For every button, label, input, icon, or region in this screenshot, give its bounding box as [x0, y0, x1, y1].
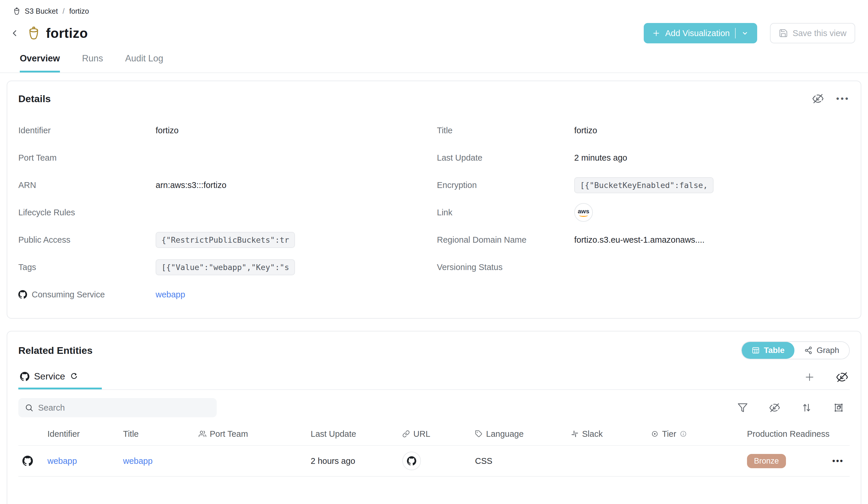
details-fields: Identifier fortizo Title fortizo Port Te…	[18, 117, 850, 308]
filter-icon[interactable]	[735, 400, 750, 415]
tab-audit-log[interactable]: Audit Log	[125, 53, 163, 72]
toggle-graph-button[interactable]: Graph	[794, 342, 849, 359]
relation-direction-icon	[70, 372, 79, 381]
entity-page: S3 Bucket / fortizo fortizo Add Visuali	[0, 0, 868, 504]
github-icon	[20, 372, 29, 381]
table-search-row	[18, 398, 850, 417]
add-visualization-label: Add Visualization	[665, 29, 730, 38]
breadcrumb-separator: /	[62, 7, 65, 16]
row-language: CSS	[475, 456, 571, 466]
table-row[interactable]: webapp webapp 2 hours ago CSS Bronze •••	[18, 446, 850, 477]
back-button[interactable]	[8, 26, 21, 40]
save-icon	[779, 29, 788, 38]
col-last-update[interactable]: Last Update	[311, 429, 402, 439]
encryption-code-chip[interactable]: [{"BucketKeyEnabled":false,	[574, 177, 714, 193]
search-icon	[25, 403, 33, 412]
field-label: Regional Domain Name	[437, 226, 574, 254]
col-port-team[interactable]: Port Team	[199, 429, 311, 439]
hide-empty-columns-icon[interactable]	[835, 370, 850, 385]
col-tier[interactable]: Tier	[651, 429, 747, 439]
production-readiness-badge: Bronze	[747, 454, 786, 468]
aws-logo: aws	[578, 208, 589, 214]
link-icon	[402, 430, 410, 438]
tag-icon	[475, 430, 483, 438]
tab-overview[interactable]: Overview	[20, 53, 60, 72]
tier-icon	[651, 430, 659, 438]
team-icon	[199, 430, 206, 438]
bucket-icon	[13, 7, 21, 15]
field-label: Lifecycle Rules	[18, 199, 156, 226]
toggle-table-button[interactable]: Table	[742, 342, 794, 359]
info-icon	[680, 430, 687, 438]
field-label: Versioning Status	[437, 254, 574, 281]
field-value: fortizo	[574, 117, 850, 144]
group-by-icon[interactable]	[831, 400, 846, 415]
field-label: Identifier	[18, 117, 156, 144]
field-value	[156, 144, 437, 172]
row-url-github-badge[interactable]	[402, 452, 421, 470]
public-access-code-chip[interactable]: {"RestrictPublicBuckets":tr	[156, 232, 295, 248]
field-value: 2 minutes ago	[574, 144, 850, 172]
col-language[interactable]: Language	[475, 429, 571, 439]
aws-smile-arc	[579, 214, 588, 217]
slack-icon	[571, 430, 579, 438]
col-production-readiness[interactable]: Production Readiness	[747, 429, 832, 439]
view-toggle: Table Graph	[741, 341, 850, 359]
field-value	[156, 199, 437, 226]
search-box[interactable]	[18, 398, 217, 417]
col-url[interactable]: URL	[402, 429, 475, 439]
toggle-graph-label: Graph	[817, 346, 839, 355]
github-icon	[18, 290, 27, 299]
row-menu-icon[interactable]: •••	[832, 456, 850, 466]
tags-code-chip[interactable]: [{"Value":"webapp","Key":"s	[156, 259, 295, 275]
col-title[interactable]: Title	[123, 429, 199, 439]
details-title: Details	[18, 93, 51, 104]
hide-empty-values-icon[interactable]	[810, 91, 826, 106]
field-label: Consuming Service	[32, 290, 105, 299]
consuming-service-label: Consuming Service	[18, 281, 156, 308]
field-label: Port Team	[18, 144, 156, 172]
related-subtabs: Service	[18, 367, 850, 390]
field-label: Last Update	[437, 144, 574, 172]
save-this-view-button[interactable]: Save this view	[770, 23, 855, 43]
details-menu-icon[interactable]: •••	[836, 94, 850, 104]
add-related-entity-icon[interactable]	[802, 370, 817, 385]
col-identifier[interactable]: Identifier	[48, 429, 123, 439]
page-header: fortizo Add Visualization Save this view	[0, 16, 868, 43]
graph-icon	[804, 346, 813, 354]
bucket-gold-icon	[27, 26, 41, 40]
tab-service[interactable]: Service	[18, 367, 102, 389]
toggle-table-label: Table	[764, 346, 785, 355]
add-visualization-button[interactable]: Add Visualization	[644, 23, 757, 43]
details-card: Details ••• Identifier fortizo Title for…	[7, 81, 861, 319]
search-input[interactable]	[38, 403, 210, 413]
breadcrumb-entity: fortizo	[69, 7, 89, 16]
field-value: fortizo.s3.eu-west-1.amazonaws....	[574, 226, 850, 254]
button-divider	[735, 28, 736, 38]
field-label: Title	[437, 117, 574, 144]
table-icon	[752, 346, 760, 354]
entity-tabs: Overview Runs Audit Log	[0, 43, 868, 73]
sort-icon[interactable]	[799, 400, 814, 415]
related-entities-title: Related Entities	[18, 345, 93, 356]
field-label: Public Access	[18, 226, 156, 254]
aws-link-badge[interactable]: aws	[574, 203, 593, 222]
row-identifier-link[interactable]: webapp	[48, 456, 77, 466]
tab-service-label: Service	[34, 371, 65, 382]
field-value	[574, 254, 850, 281]
col-slack[interactable]: Slack	[571, 429, 651, 439]
row-title-link[interactable]: webapp	[123, 456, 153, 466]
field-label: Tags	[18, 254, 156, 281]
plus-icon	[652, 29, 661, 38]
page-title: fortizo	[46, 25, 88, 41]
field-label: ARN	[18, 172, 156, 199]
chevron-down-icon[interactable]	[741, 29, 749, 37]
breadcrumb-blueprint[interactable]: S3 Bucket	[25, 7, 58, 16]
github-icon	[22, 456, 33, 466]
tab-runs[interactable]: Runs	[82, 53, 103, 72]
field-label: Encryption	[437, 172, 574, 199]
field-label: Link	[437, 199, 574, 226]
hide-columns-icon[interactable]	[767, 400, 782, 415]
save-this-view-label: Save this view	[793, 29, 847, 38]
consuming-service-link[interactable]: webapp	[156, 290, 185, 299]
